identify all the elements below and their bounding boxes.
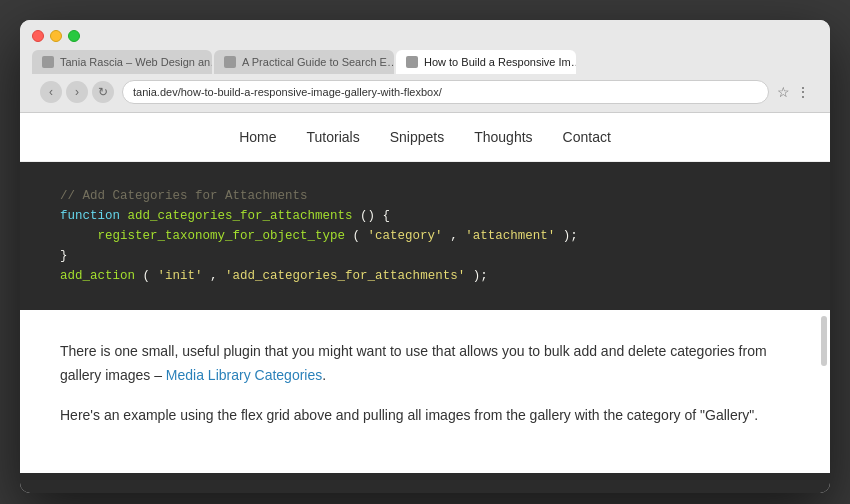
browser-chrome: Tania Rascia – Web Design an… ✕ A Practi…	[20, 20, 830, 113]
nav-snippets[interactable]: Snippets	[390, 129, 444, 145]
tab-2[interactable]: A Practical Guide to Search E… ✕	[214, 50, 394, 74]
tabs-bar: Tania Rascia – Web Design an… ✕ A Practi…	[32, 50, 818, 74]
address-input[interactable]	[122, 80, 769, 104]
tab-label-3: How to Build a Responsive Im…	[424, 56, 576, 68]
close-button[interactable]	[32, 30, 44, 42]
article-paragraph-1: There is one small, useful plugin that y…	[60, 340, 790, 388]
website-wrapper: Home Tutorials Snippets Thoughts Contact…	[20, 113, 830, 493]
tab-label-1: Tania Rascia – Web Design an…	[60, 56, 212, 68]
browser-window: Tania Rascia – Web Design an… ✕ A Practi…	[20, 20, 830, 493]
tab-favicon-3	[406, 56, 418, 68]
code-block-2: < div class ="container"> < div class ="…	[20, 473, 830, 493]
code-line-2: function add_categories_for_attachments …	[60, 206, 790, 226]
nav-home[interactable]: Home	[239, 129, 276, 145]
code-line-4: }	[60, 246, 790, 266]
scrollbar[interactable]	[821, 316, 827, 366]
address-bar-row: ‹ › ↻ ☆ ⋮	[32, 74, 818, 112]
code-line-3: register_taxonomy_for_object_type ( 'cat…	[60, 226, 790, 246]
code-keyword-function: function	[60, 209, 120, 223]
minimize-button[interactable]	[50, 30, 62, 42]
tab-label-2: A Practical Guide to Search E…	[242, 56, 394, 68]
tab-1[interactable]: Tania Rascia – Web Design an… ✕	[32, 50, 212, 74]
browser-icons: ☆ ⋮	[777, 84, 810, 100]
nav-buttons: ‹ › ↻	[40, 81, 114, 103]
tab-favicon-2	[224, 56, 236, 68]
site-nav: Home Tutorials Snippets Thoughts Contact	[20, 113, 830, 162]
nav-contact[interactable]: Contact	[563, 129, 611, 145]
code-comment: // Add Categories for Attachments	[60, 189, 308, 203]
refresh-button[interactable]: ↻	[92, 81, 114, 103]
tab-3[interactable]: How to Build a Responsive Im… ✕	[396, 50, 576, 74]
nav-thoughts[interactable]: Thoughts	[474, 129, 532, 145]
article-paragraph-2: Here's an example using the flex grid ab…	[60, 404, 790, 428]
back-button[interactable]: ‹	[40, 81, 62, 103]
code-line-comment: // Add Categories for Attachments	[60, 186, 790, 206]
code-function-name: add_categories_for_attachments	[128, 209, 353, 223]
media-library-link[interactable]: Media Library Categories	[166, 367, 322, 383]
website: Home Tutorials Snippets Thoughts Contact…	[20, 113, 830, 493]
code-block-1: // Add Categories for Attachments functi…	[20, 162, 830, 310]
menu-icon[interactable]: ⋮	[796, 84, 810, 100]
traffic-lights	[32, 30, 818, 42]
nav-tutorials[interactable]: Tutorials	[307, 129, 360, 145]
forward-button[interactable]: ›	[66, 81, 88, 103]
tab-favicon-1	[42, 56, 54, 68]
code-line-5: add_action ( 'init' , 'add_categories_fo…	[60, 266, 790, 286]
maximize-button[interactable]	[68, 30, 80, 42]
star-icon[interactable]: ☆	[777, 84, 790, 100]
article-section: There is one small, useful plugin that y…	[20, 310, 830, 473]
